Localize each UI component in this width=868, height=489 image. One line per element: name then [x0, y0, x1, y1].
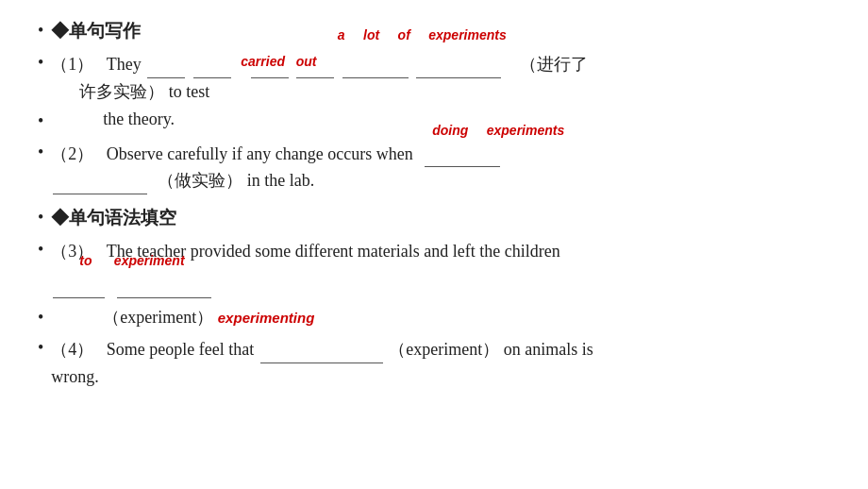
bullet-dot-2: • [38, 53, 43, 73]
q4-wrong: wrong. [51, 367, 99, 386]
q1b-content: the theory. [51, 110, 175, 129]
bullet-dot-7: • [38, 308, 43, 328]
q1-hint: （进行了 [511, 55, 588, 74]
blank-q2b [53, 194, 147, 194]
q2-hint: （做实验） [154, 171, 243, 190]
q1-to-test: to test [169, 82, 210, 101]
blank-5 [342, 77, 409, 78]
answer-experimenting: experimenting [218, 310, 315, 326]
blank-q2a [425, 166, 500, 167]
q2-blank2 [51, 167, 149, 194]
blank-2 [193, 77, 231, 78]
blank-q4 [260, 363, 383, 363]
answer-carried-out: carried out [241, 51, 316, 72]
blank-4 [296, 77, 334, 78]
q2-item: • （2） Observe carefully if any change oc… [28, 141, 830, 195]
q3-content: （3） The teacher provided some different … [51, 238, 830, 298]
q4-item: • （4） Some people feel that （experiment）… [28, 336, 830, 391]
bullet-dot-4: • [38, 143, 43, 162]
q2-content: （2） Observe carefully if any change occu… [51, 141, 830, 195]
blank-q3b [117, 297, 211, 298]
q2-text1: Observe carefully if any change occurs w… [107, 144, 413, 163]
q3b-content: （experiment） experimenting [51, 306, 314, 329]
bullet-dot-1: • [38, 21, 43, 41]
q1-number: （1） [51, 55, 102, 74]
q3-item: • （3） The teacher provided some differen… [28, 238, 830, 298]
q1b-item: • the theory. [28, 110, 830, 131]
q4-text1: Some people feel that [107, 340, 254, 359]
q3b-item: • （experiment） experimenting [28, 306, 830, 329]
answer-doing-experiments: doing experiments [432, 120, 564, 141]
blank-3 [251, 77, 289, 78]
section2-header: • ◆单句语法填空 [28, 206, 830, 230]
bullet-dot-5: • [38, 208, 43, 228]
bullet-dot-8: • [38, 338, 43, 358]
answer-to-experiment: to experiment [79, 250, 184, 271]
q3b-hint: （experiment） [103, 308, 213, 327]
bullet-dot-3: • [38, 111, 43, 131]
answer-a-lot: a lot of experiments [338, 25, 507, 45]
blank-6 [416, 77, 501, 78]
q4-hint: （experiment） [389, 340, 499, 359]
q1-content: （1） They carried out a lot of experiment… [51, 51, 830, 106]
q4-number: （4） [51, 340, 102, 359]
q4-after: on animals is [504, 340, 593, 359]
q1-they: They [107, 55, 142, 74]
q1b-text: the theory. [103, 110, 175, 128]
q1-item: • （1） They carried out a lot of experime… [28, 51, 830, 106]
blank-q3a [53, 297, 105, 298]
q2-after: in the lab. [247, 171, 314, 190]
q2-number: （2） [51, 144, 102, 163]
bullet-dot-6: • [38, 240, 43, 260]
q4-content: （4） Some people feel that （experiment） o… [51, 336, 830, 391]
q1-hint2: 许多实验） [51, 78, 164, 106]
section2-title: ◆单句语法填空 [51, 206, 176, 230]
section1-title: ◆单句写作 [51, 19, 141, 43]
main-content: • ◆单句写作 • （1） They carried out a lot of … [28, 19, 830, 394]
